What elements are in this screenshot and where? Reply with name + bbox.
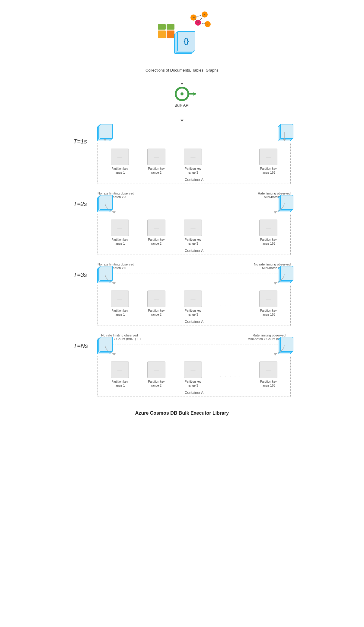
tN-partition-2: Partition key range 2 [147, 362, 166, 387]
tN-partition-1: Partition key range 1 [110, 362, 129, 387]
svg-rect-1 [167, 24, 174, 30]
t3-section: T=3s No rate limiting observed Mini-batc… [73, 262, 291, 326]
t3-partition-2: Partition key range 2 [147, 291, 166, 317]
svg-rect-39 [100, 266, 113, 281]
t2-label: T=2s [73, 191, 97, 207]
t2-batch-info-row: No rate limiting observed Mini-batch x 3… [97, 191, 291, 199]
svg-marker-44 [274, 282, 277, 285]
bulk-api-label: Bulk API [174, 103, 189, 108]
header-icons: {} [149, 6, 215, 66]
t2-partition-2: Partition key range 2 [147, 220, 166, 246]
t3-partitions-row: Partition key range 1 Partition key rang… [101, 291, 287, 317]
svg-marker-52 [113, 353, 116, 355]
tN-section: T=Ns No rate limiting observed Mini-batc… [73, 333, 291, 397]
tN-container-label: Container A [185, 391, 204, 395]
svg-rect-30 [100, 195, 113, 210]
t3-top-connector [97, 271, 291, 283]
svg-rect-42 [280, 266, 293, 281]
t3-container: Partition key range 1 Partition key rang… [97, 285, 291, 326]
svg-marker-53 [274, 353, 277, 355]
t1-container: Partition key range 1 Partition key rang… [97, 143, 291, 184]
tN-container: Partition key range 1 Partition key rang… [97, 356, 291, 397]
svg-marker-43 [113, 282, 116, 285]
svg-marker-34 [113, 211, 116, 214]
t2-top-connector [97, 200, 291, 212]
t1-top-connector [97, 129, 291, 141]
t3-container-label: Container A [185, 320, 204, 324]
t3-label: T=3s [73, 262, 97, 278]
t2-section: T=2s No rate limiting observed Mini-batc… [73, 191, 291, 255]
t2-container-label: Container A [185, 249, 204, 253]
svg-rect-19 [100, 124, 113, 139]
partition-1: Partition key range 1 [110, 149, 129, 175]
t3-batch-info-row: No rate limiting observed Mini-batch x 5… [97, 262, 291, 270]
svg-marker-35 [274, 211, 277, 214]
svg-rect-51 [280, 337, 293, 352]
tN-dots: · · · · · [220, 369, 241, 380]
partition-3: Partition key range 3 [183, 149, 203, 175]
t2-partitions-row: Partition key range 1 Partition key rang… [101, 220, 287, 246]
t3-partition-166: Partition key range 166 [259, 291, 278, 317]
tN-partition-166: Partition key range 166 [259, 362, 278, 387]
partition-166: Partition key range 166 [259, 149, 278, 175]
arrow-to-t1 [180, 111, 184, 122]
t2-partition-1: Partition key range 1 [110, 220, 129, 246]
tN-top-connector [97, 342, 291, 354]
tN-partition-3: Partition key range 3 [183, 362, 203, 387]
svg-rect-0 [158, 24, 166, 30]
tN-label: T=Ns [73, 333, 97, 349]
t2-dots: · · · · · [220, 227, 241, 238]
t3-partition-3: Partition key range 3 [183, 291, 203, 317]
t2-partition-3: Partition key range 3 [183, 220, 203, 246]
tN-partitions-row: Partition key range 1 Partition key rang… [101, 362, 287, 387]
footer-title: Azure Cosmos DB Bulk Executor Library [135, 410, 229, 416]
t2-container: Partition key range 1 Partition key rang… [97, 214, 291, 255]
main-container: {} Collections of Documents, Tables, Gra… [52, 6, 312, 416]
svg-rect-48 [100, 337, 113, 352]
connections-svg: {} [149, 6, 215, 66]
t1-partitions-row: Partition key range 1 Partition key rang… [101, 149, 287, 175]
tN-batch-info-row: No rate limiting observed Mini-batch x C… [97, 333, 291, 341]
partition-2: Partition key range 2 [147, 149, 166, 175]
header-caption: Collections of Documents, Tables, Graphs [145, 68, 219, 72]
svg-rect-2 [158, 31, 166, 38]
t1-section: T=1s [73, 129, 291, 184]
t1-label: T=1s [73, 129, 97, 145]
t1-dots: · · · · · [220, 156, 241, 167]
svg-rect-22 [280, 124, 293, 139]
t3-dots: · · · · · [220, 298, 241, 309]
t2-partition-166: Partition key range 166 [259, 220, 278, 246]
svg-text:{}: {} [184, 37, 189, 45]
svg-rect-3 [167, 31, 174, 38]
bulk-api-icon [175, 87, 189, 101]
t3-partition-1: Partition key range 1 [110, 291, 129, 317]
arrow-to-bulk [180, 76, 184, 85]
t1-container-label: Container A [185, 178, 204, 182]
svg-rect-33 [280, 195, 293, 210]
